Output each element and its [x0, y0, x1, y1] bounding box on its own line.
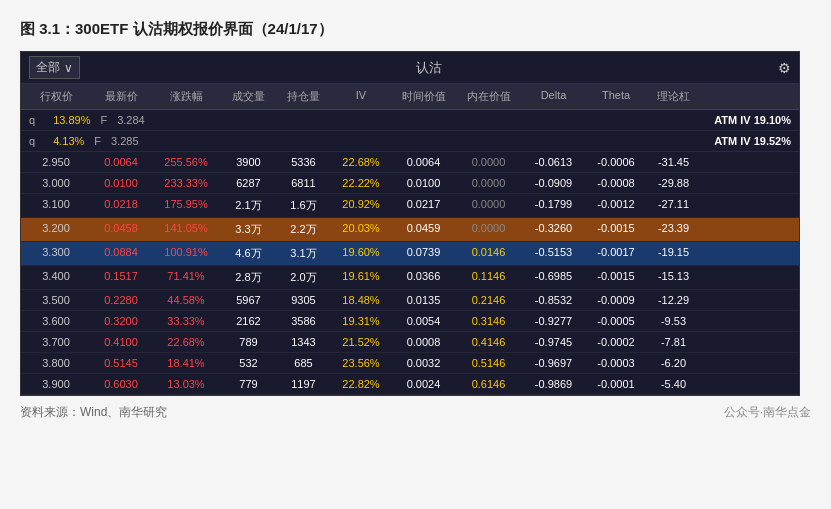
table-cell: 0.0218 [91, 194, 151, 217]
table-cell: 18.41% [151, 353, 221, 373]
table-row[interactable]: 3.0000.0100233.33%6287681122.22%0.01000.… [21, 173, 799, 194]
table-cell: 3.900 [21, 374, 91, 394]
table-cell: 19.60% [331, 242, 391, 265]
table-cell: 20.03% [331, 218, 391, 241]
table-cell: 3586 [276, 311, 331, 331]
table-cell: 0.0135 [391, 290, 456, 310]
table-cell: 6811 [276, 173, 331, 193]
table-cell: -15.13 [646, 266, 701, 289]
table-row[interactable]: 2.9500.0064255.56%3900533622.68%0.00640.… [21, 152, 799, 173]
table-cell: 3900 [221, 152, 276, 172]
atm-f-label-2: F [94, 135, 101, 147]
table-cell: 3.1万 [276, 242, 331, 265]
table-cell: 0.0458 [91, 218, 151, 241]
table-row[interactable]: 3.1000.0218175.95%2.1万1.6万20.92%0.02170.… [21, 194, 799, 218]
table-cell: 2.950 [21, 152, 91, 172]
table-row[interactable]: 3.5000.228044.58%5967930518.48%0.01350.2… [21, 290, 799, 311]
table-cell: 0.0064 [391, 152, 456, 172]
table-cell: 1.6万 [276, 194, 331, 217]
source-row: 资料来源：Wind、南华研究 公众号·南华点金 [20, 404, 811, 421]
gear-icon[interactable]: ⚙ [778, 60, 791, 76]
header-row: 行权价最新价涨跌幅成交量持仓量IV时间价值内在价值DeltaTheta理论杠 [21, 84, 799, 110]
table-cell: 0.6030 [91, 374, 151, 394]
table-cell: -0.0005 [586, 311, 646, 331]
table-cell: 3.600 [21, 311, 91, 331]
atm-iv-2: 4.13% [53, 135, 84, 147]
table-cell: -0.0002 [586, 332, 646, 352]
table-cell: 5336 [276, 152, 331, 172]
table-cell: -0.0003 [586, 353, 646, 373]
table-cell: 0.0032 [391, 353, 456, 373]
table-cell: 23.56% [331, 353, 391, 373]
table-cell: 1197 [276, 374, 331, 394]
table-row[interactable]: 3.8000.514518.41%53268523.56%0.00320.514… [21, 353, 799, 374]
table-cell: -0.0909 [521, 173, 586, 193]
table-cell: -0.9277 [521, 311, 586, 331]
table-cell: 0.0884 [91, 242, 151, 265]
brand-label: 公众号·南华点金 [724, 404, 811, 421]
table-cell: 4.6万 [221, 242, 276, 265]
dropdown[interactable]: 全部 ∨ [29, 56, 80, 79]
atm-iv-tag-2: ATM IV 19.52% [714, 135, 791, 147]
atm-f-val-2: 3.285 [111, 135, 139, 147]
table-cell: -0.3260 [521, 218, 586, 241]
atm-row-1: q 13.89% F 3.284 ATM IV 19.10% [21, 110, 799, 131]
table-cell: 3.300 [21, 242, 91, 265]
header-cell: 涨跌幅 [151, 84, 221, 109]
table-cell: 0.0000 [456, 173, 521, 193]
table-cell: 0.0054 [391, 311, 456, 331]
atm-q-label-2: q [21, 133, 43, 149]
table-cell: 100.91% [151, 242, 221, 265]
table-cell: 0.0000 [456, 152, 521, 172]
table-cell: 0.1146 [456, 266, 521, 289]
header-cell: 理论杠 [646, 84, 701, 109]
table-row[interactable]: 3.2000.0458141.05%3.3万2.2万20.03%0.04590.… [21, 218, 799, 242]
table-cell: 5967 [221, 290, 276, 310]
source-label: 资料来源：Wind、南华研究 [20, 404, 167, 421]
chart-container: 全部 ∨ 认沽 ⚙ 行权价最新价涨跌幅成交量持仓量IV时间价值内在价值Delta… [20, 51, 800, 396]
table-row[interactable]: 3.7000.410022.68%789134321.52%0.00080.41… [21, 332, 799, 353]
table-cell: -5.40 [646, 374, 701, 394]
page-title: 图 3.1：300ETF 认沽期权报价界面（24/1/17） [20, 20, 811, 39]
table-cell: -31.45 [646, 152, 701, 172]
table-cell: 0.0100 [391, 173, 456, 193]
table-row[interactable]: 3.3000.0884100.91%4.6万3.1万19.60%0.07390.… [21, 242, 799, 266]
table-cell: -0.6985 [521, 266, 586, 289]
table-cell: 13.03% [151, 374, 221, 394]
table-cell: 0.6146 [456, 374, 521, 394]
table-cell: 44.58% [151, 290, 221, 310]
table-cell: 3.200 [21, 218, 91, 241]
table-cell: 3.700 [21, 332, 91, 352]
table-cell: -6.20 [646, 353, 701, 373]
table-cell: 22.68% [151, 332, 221, 352]
table-cell: 3.500 [21, 290, 91, 310]
table-row[interactable]: 3.9000.603013.03%779119722.82%0.00240.61… [21, 374, 799, 395]
table-cell: 0.0008 [391, 332, 456, 352]
table-cell: 3.100 [21, 194, 91, 217]
table-cell: 0.0217 [391, 194, 456, 217]
table-row[interactable]: 3.6000.320033.33%2162358619.31%0.00540.3… [21, 311, 799, 332]
table-cell: 0.4146 [456, 332, 521, 352]
table-cell: 0.0024 [391, 374, 456, 394]
table-cell: 3.800 [21, 353, 91, 373]
header-cell: 时间价值 [391, 84, 456, 109]
table-cell: 71.41% [151, 266, 221, 289]
table-cell: 2.1万 [221, 194, 276, 217]
table-cell: 21.52% [331, 332, 391, 352]
table-cell: 0.0064 [91, 152, 151, 172]
table-cell: -0.0006 [586, 152, 646, 172]
table-row[interactable]: 3.4000.151771.41%2.8万2.0万19.61%0.03660.1… [21, 266, 799, 290]
table-cell: -0.5153 [521, 242, 586, 265]
table-cell: -0.0012 [586, 194, 646, 217]
table-cell: 3.3万 [221, 218, 276, 241]
table-cell: 0.0000 [456, 194, 521, 217]
table-cell: -0.0613 [521, 152, 586, 172]
table-cell: 0.0366 [391, 266, 456, 289]
atm-f-label-1: F [100, 114, 107, 126]
header-cell: 行权价 [21, 84, 91, 109]
table-cell: 20.92% [331, 194, 391, 217]
table-cell: -9.53 [646, 311, 701, 331]
table-cell: 0.0739 [391, 242, 456, 265]
chevron-down-icon: ∨ [64, 61, 73, 75]
table-cell: -19.15 [646, 242, 701, 265]
